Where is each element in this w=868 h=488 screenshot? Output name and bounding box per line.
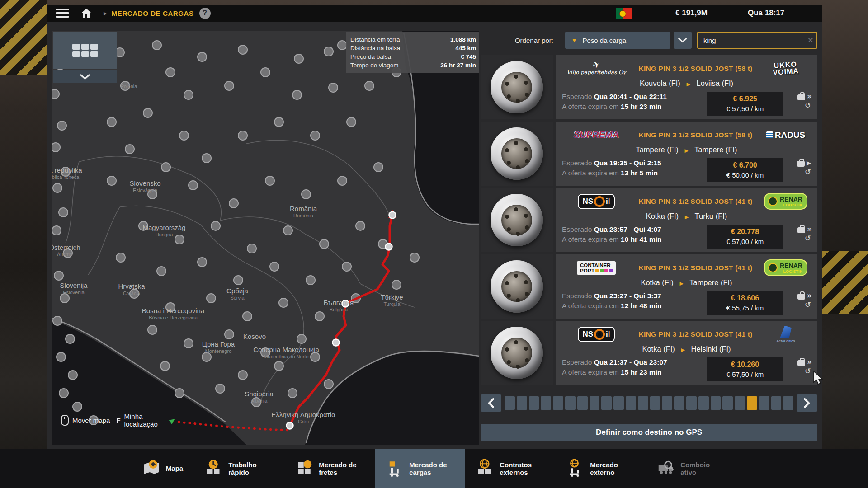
city-dot[interactable] (189, 181, 198, 190)
route-map[interactable]: á republikablica TchecaPolôniaSlovenskoE… (52, 31, 479, 445)
city-dot[interactable] (274, 361, 283, 371)
cargo-offer-card[interactable]: NSil KING PIN 3 1/2 SOLID JOST (41 t) RE… (481, 188, 817, 252)
page-tick[interactable] (590, 396, 600, 410)
city-dot[interactable] (202, 352, 211, 361)
my-location-control[interactable]: F Minha localização ▶ (116, 413, 175, 428)
city-dot[interactable] (175, 389, 184, 398)
set-gps-destination-button[interactable]: Definir como destino no GPS (481, 424, 817, 441)
city-dot[interactable] (53, 183, 62, 192)
city-dot[interactable] (410, 253, 419, 262)
city-dot[interactable] (175, 235, 184, 244)
page-tick[interactable] (601, 396, 612, 410)
city-dot[interactable] (365, 81, 374, 90)
city-dot[interactable] (283, 226, 292, 235)
city-dot[interactable] (347, 117, 356, 127)
city-dot[interactable] (107, 176, 116, 185)
sort-dropdown[interactable]: ▼ Peso da carga (565, 32, 670, 49)
city-dot[interactable] (238, 371, 247, 380)
page-tick[interactable] (638, 396, 648, 410)
city-dot[interactable] (207, 294, 216, 303)
city-dot[interactable] (107, 117, 116, 127)
city-dot[interactable] (329, 83, 338, 92)
city-dot[interactable] (274, 117, 283, 127)
city-dot[interactable] (243, 312, 252, 321)
city-dot[interactable] (225, 81, 234, 90)
city-dot[interactable] (60, 294, 69, 303)
city-dot[interactable] (324, 47, 333, 56)
city-dot[interactable] (52, 226, 61, 235)
city-dot[interactable] (198, 52, 207, 61)
page-tick[interactable] (735, 396, 745, 410)
city-dot[interactable] (198, 258, 207, 267)
city-dot[interactable] (306, 276, 315, 285)
page-tick[interactable] (626, 396, 636, 410)
city-dot[interactable] (130, 289, 139, 298)
city-dot[interactable] (148, 325, 157, 334)
cargo-group-toggle-button[interactable] (53, 32, 117, 69)
city-dot[interactable] (121, 81, 130, 90)
city-dot[interactable] (59, 389, 68, 398)
city-dot[interactable] (66, 334, 75, 343)
page-tick[interactable] (686, 396, 697, 410)
page-tick[interactable] (613, 396, 624, 410)
city-dot[interactable] (288, 389, 297, 398)
city-dot[interactable] (238, 131, 247, 140)
city-dot[interactable] (184, 90, 193, 99)
nav-item-mapa[interactable]: Mapa (132, 449, 194, 488)
city-dot[interactable] (311, 131, 320, 140)
city-dot[interactable] (139, 221, 148, 230)
city-dot[interactable] (238, 45, 247, 54)
nav-item-mercado-de-cargas[interactable]: Mercado de cargas (375, 449, 465, 488)
city-dot[interactable] (179, 131, 189, 140)
city-dot[interactable] (143, 108, 152, 117)
page-tick[interactable] (759, 396, 769, 410)
city-dot[interactable] (125, 145, 134, 154)
city-dot[interactable] (225, 330, 234, 339)
city-dot[interactable] (356, 221, 365, 230)
cargo-offer-card[interactable]: SUPREMA KING PIN 3 1/2 SOLID JOST (58 t)… (481, 122, 817, 186)
city-dot[interactable] (148, 190, 157, 199)
page-tick[interactable] (783, 396, 793, 410)
city-dot[interactable] (311, 352, 320, 361)
nav-item-mercado-externo[interactable]: Mercado externo (556, 449, 646, 488)
help-button[interactable]: ? (199, 8, 211, 19)
city-dot[interactable] (211, 221, 220, 230)
city-dot[interactable] (59, 208, 68, 217)
city-dot[interactable] (374, 163, 383, 172)
city-dot[interactable] (320, 239, 329, 249)
city-dot[interactable] (73, 402, 82, 411)
page-tick[interactable] (529, 396, 539, 410)
sort-expand-button[interactable] (674, 32, 692, 49)
city-dot[interactable] (68, 371, 77, 380)
page-tick[interactable] (577, 396, 588, 410)
city-dot[interactable] (202, 154, 211, 163)
page-tick[interactable] (650, 396, 660, 410)
city-dot[interactable] (279, 298, 288, 307)
search-input[interactable] (697, 32, 817, 49)
city-dot[interactable] (166, 303, 175, 312)
city-dot[interactable] (216, 384, 225, 393)
city-dot[interactable] (324, 380, 333, 389)
city-dot[interactable] (160, 361, 170, 371)
city-dot[interactable] (54, 271, 63, 280)
city-dot[interactable] (57, 121, 66, 130)
city-dot[interactable] (161, 163, 170, 172)
city-dot[interactable] (252, 398, 261, 407)
page-tick[interactable] (541, 396, 551, 410)
city-dot[interactable] (270, 262, 279, 271)
city-dot[interactable] (338, 176, 347, 185)
city-dot[interactable] (152, 41, 161, 50)
city-dot[interactable] (52, 89, 59, 99)
cargo-offer-card[interactable]: NSil KING PIN 3 1/2 SOLID JOST (41 t) Ae… (481, 321, 817, 385)
cargo-offer-card[interactable]: CONTAINERPORT KING PIN 3 1/2 SOLID JOST … (481, 254, 817, 319)
city-dot[interactable] (342, 262, 351, 271)
clear-search-icon[interactable]: ✕ (807, 36, 814, 45)
move-map-control[interactable]: Mover mapa (61, 415, 110, 426)
city-dot[interactable] (338, 41, 347, 50)
nav-item-mercado-de-fretes[interactable]: Mercado de fretes (284, 449, 375, 488)
page-tick[interactable] (517, 396, 527, 410)
page-tick[interactable] (662, 396, 672, 410)
city-dot[interactable] (63, 249, 72, 258)
nav-item-contratos-externos[interactable]: Contratos externos (465, 449, 556, 488)
city-dot[interactable] (53, 316, 62, 325)
